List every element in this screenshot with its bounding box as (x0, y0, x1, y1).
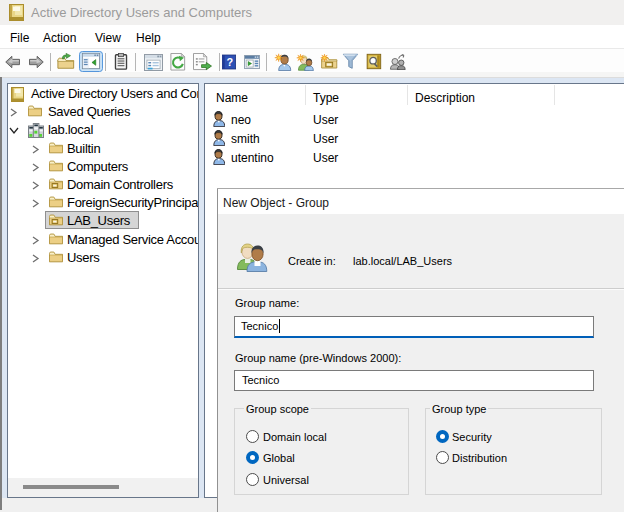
svg-text:?: ? (226, 56, 233, 68)
